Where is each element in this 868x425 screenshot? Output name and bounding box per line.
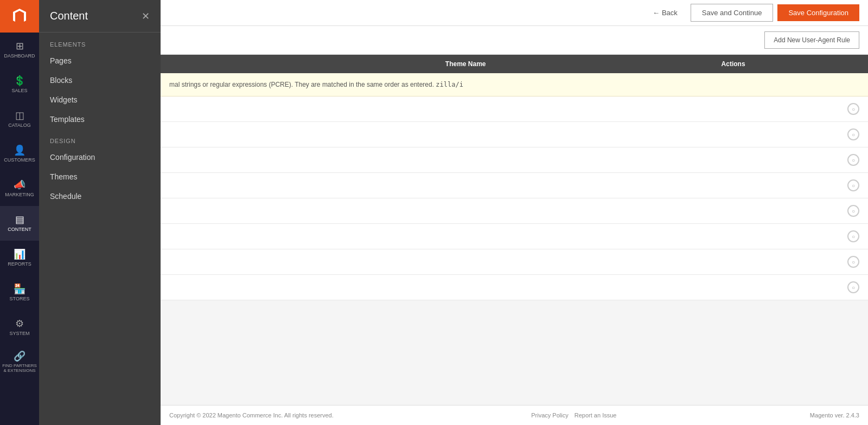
back-button[interactable]: ← Back xyxy=(644,4,686,21)
flyout-header: Content ✕ xyxy=(39,0,161,33)
flyout-item-schedule[interactable]: Schedule xyxy=(39,186,161,206)
flyout-title: Content xyxy=(50,10,88,22)
row-5-action: ○ xyxy=(722,205,859,217)
sidebar-item-content[interactable]: ▤ CONTENT xyxy=(0,206,39,241)
save-continue-button[interactable]: Save and Continue xyxy=(691,4,774,22)
catalog-icon: ◫ xyxy=(15,111,24,120)
row-2-action-icon[interactable]: ○ xyxy=(847,128,859,140)
sidebar-item-stores[interactable]: 🏪 STORES xyxy=(0,275,39,310)
sidebar-item-marketing[interactable]: 📣 MARKETING xyxy=(0,171,39,206)
col-header-actions: Actions xyxy=(722,60,859,68)
marketing-icon: 📣 xyxy=(14,180,25,190)
footer-report-link[interactable]: Report an Issue xyxy=(575,412,617,418)
stores-icon: 🏪 xyxy=(14,284,25,294)
col-header-theme-name: Theme Name xyxy=(445,60,722,68)
row-1-action-icon[interactable]: ○ xyxy=(847,103,859,115)
back-arrow-icon: ← xyxy=(653,9,660,17)
sidebar-item-find-partners[interactable]: 🔗 FIND PARTNERS & EXTENSIONS xyxy=(0,345,39,379)
magento-logo[interactable] xyxy=(0,0,39,33)
notice-bar: mal strings or regular expressions (PCRE… xyxy=(161,73,868,96)
table-row: ○ xyxy=(161,122,868,147)
table-row: ○ xyxy=(161,249,868,275)
row-2-action: ○ xyxy=(722,128,859,140)
footer-privacy-link[interactable]: Privacy Policy xyxy=(531,412,568,418)
row-8-action-icon[interactable]: ○ xyxy=(847,281,859,293)
flyout-section-design-label: Design xyxy=(39,129,161,147)
reports-icon: 📊 xyxy=(14,249,25,259)
dashboard-icon: ⊞ xyxy=(16,41,24,51)
add-user-button[interactable]: Add New User-Agent Rule xyxy=(764,31,859,49)
flyout-item-templates[interactable]: Templates xyxy=(39,110,161,129)
table-header: Theme Name Actions xyxy=(161,55,868,73)
find-partners-icon: 🔗 xyxy=(14,351,25,361)
icon-sidebar: ⊞ DASHBOARD 💲 SALES ◫ CATALOG 👤 CUSTOMER… xyxy=(0,0,39,425)
table-row: ○ xyxy=(161,275,868,300)
sidebar-item-customers[interactable]: 👤 CUSTOMERS xyxy=(0,137,39,171)
flyout-item-widgets[interactable]: Widgets xyxy=(39,90,161,110)
flyout-item-themes[interactable]: Themes xyxy=(39,167,161,186)
table-row: ○ xyxy=(161,96,868,122)
customers-icon: 👤 xyxy=(14,145,25,155)
footer-copyright: Copyright © 2022 Magento Commerce Inc. A… xyxy=(169,412,334,418)
flyout-close-button[interactable]: ✕ xyxy=(142,10,150,22)
flyout-menu: Content ✕ Elements Pages Blocks Widgets … xyxy=(39,0,161,425)
table-row: ○ xyxy=(161,224,868,249)
footer-links: Privacy Policy Report an Issue xyxy=(527,412,616,418)
save-config-button[interactable]: Save Configuration xyxy=(777,4,859,21)
content-area: Add New User-Agent Rule Theme Name Actio… xyxy=(161,26,868,405)
sidebar-item-reports[interactable]: 📊 REPORTS xyxy=(0,241,39,275)
footer: Copyright © 2022 Magento Commerce Inc. A… xyxy=(161,405,868,425)
row-6-action: ○ xyxy=(722,230,859,242)
table-rows: ○ ○ ○ ○ xyxy=(161,96,868,300)
row-4-action-icon[interactable]: ○ xyxy=(847,179,859,191)
row-6-action-icon[interactable]: ○ xyxy=(847,230,859,242)
row-3-action: ○ xyxy=(722,154,859,166)
col-header-empty xyxy=(169,60,445,68)
svg-marker-1 xyxy=(15,11,24,23)
row-3-action-icon[interactable]: ○ xyxy=(847,154,859,166)
magento-version: Magento ver. 2.4.3 xyxy=(810,412,859,418)
sidebar-item-system[interactable]: ⚙ SYSTEM xyxy=(0,310,39,345)
flyout-item-pages[interactable]: Pages xyxy=(39,51,161,70)
add-user-bar: Add New User-Agent Rule xyxy=(161,26,868,55)
row-7-action-icon[interactable]: ○ xyxy=(847,256,859,268)
sidebar-item-sales[interactable]: 💲 SALES xyxy=(0,67,39,102)
table-row: ○ xyxy=(161,147,868,173)
sidebar-item-dashboard[interactable]: ⊞ DASHBOARD xyxy=(0,33,39,67)
main-area: ← Back Save and Continue Save Configurat… xyxy=(161,0,868,425)
table-row: ○ xyxy=(161,173,868,198)
sales-icon: 💲 xyxy=(14,76,25,86)
row-4-action: ○ xyxy=(722,179,859,191)
row-7-action: ○ xyxy=(722,256,859,268)
system-icon: ⚙ xyxy=(15,319,24,329)
table-row: ○ xyxy=(161,198,868,224)
row-8-action: ○ xyxy=(722,281,859,293)
content-icon: ▤ xyxy=(15,215,24,224)
flyout-section-elements-label: Elements xyxy=(39,33,161,51)
svg-marker-0 xyxy=(13,9,26,22)
flyout-item-configuration[interactable]: Configuration xyxy=(39,147,161,167)
row-5-action-icon[interactable]: ○ xyxy=(847,205,859,217)
notice-code: zilla/i xyxy=(436,81,463,88)
row-1-action: ○ xyxy=(722,103,859,115)
sidebar-item-catalog[interactable]: ◫ CATALOG xyxy=(0,102,39,137)
notice-text: mal strings or regular expressions (PCRE… xyxy=(169,81,434,88)
top-bar: ← Back Save and Continue Save Configurat… xyxy=(161,0,868,26)
flyout-item-blocks[interactable]: Blocks xyxy=(39,70,161,90)
